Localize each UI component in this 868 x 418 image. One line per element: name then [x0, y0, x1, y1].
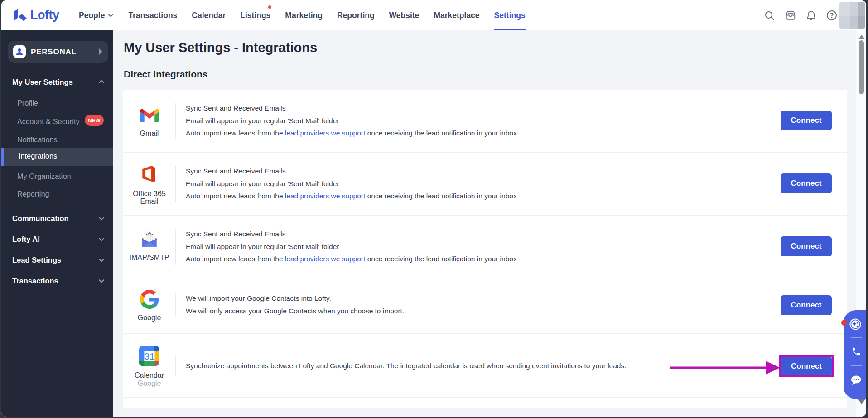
- svg-text:31: 31: [144, 351, 154, 361]
